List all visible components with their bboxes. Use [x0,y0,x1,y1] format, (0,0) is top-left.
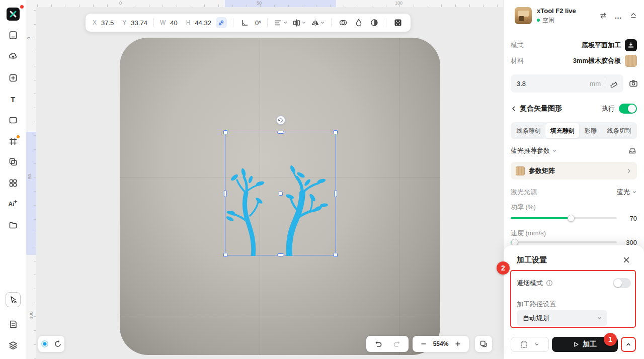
select-tool[interactable] [6,292,21,307]
resize-handle-w[interactable] [224,190,227,197]
resize-handle-sw[interactable] [223,253,227,257]
back-icon[interactable] [511,106,517,112]
cloud-upload-icon[interactable] [6,49,20,63]
frame-preview-button[interactable] [511,337,549,352]
play-icon [573,341,579,347]
power-value[interactable]: 70 [622,215,637,222]
h-value[interactable]: 44.32 [195,19,211,27]
xtool-logo[interactable] [7,8,20,21]
refresh-view-icon[interactable] [53,339,62,348]
render-mode-icon[interactable] [369,17,380,28]
resize-handle-e[interactable] [334,190,337,197]
align-dropdown[interactable] [292,19,306,27]
duplicate-icon[interactable] [475,336,492,352]
ruler-number: 50 [257,1,262,6]
lock-aspect-ratio-icon[interactable] [216,17,227,28]
execute-toggle[interactable] [619,104,637,114]
camera-view-toggle-icon[interactable] [40,339,49,348]
ruler-corner [26,0,36,7]
measure-thickness-icon[interactable] [609,79,618,88]
divider [233,18,233,27]
zoom-level[interactable]: 554% [433,340,449,347]
laser-dropdown[interactable]: 蓝光 [617,188,637,197]
boolean-tool-icon[interactable] [6,155,20,169]
material-value[interactable]: 3mm椴木胶合板 [573,56,621,65]
redo-icon[interactable] [391,339,400,348]
parameter-matrix-button[interactable]: 参数矩阵 [511,162,637,180]
notes-icon[interactable] [6,317,20,331]
preset-label: 蓝光推荐参数 [511,146,550,155]
resize-handle-se[interactable] [334,253,338,257]
info-icon[interactable] [546,280,553,287]
ai-tool-icon[interactable]: Ai [6,197,20,211]
zoom-in-icon[interactable] [453,339,462,348]
tab-line-engrave[interactable]: 线条雕刻 [512,123,545,138]
switch-device-icon[interactable] [599,11,608,20]
y-value[interactable]: 33.74 [131,19,147,27]
resize-handle-n[interactable] [277,131,284,134]
resize-handle-nw[interactable] [223,130,227,134]
undo-icon[interactable] [374,339,383,348]
material-swatch[interactable] [625,55,637,67]
more-options-icon[interactable]: … [614,11,623,20]
w-value[interactable]: 40 [170,19,177,27]
mode-value[interactable]: 底板平面加工 [582,41,621,50]
flat-processing-icon[interactable] [625,39,637,51]
resize-handle-ne[interactable] [334,130,338,134]
rotate-handle[interactable] [276,116,285,125]
power-label: 功率 (%) [511,203,536,212]
status-text: 空闲 [542,16,554,25]
chevron-down-icon [632,190,637,195]
halftone-icon[interactable] [392,17,404,28]
execute-label: 执行 [602,104,615,113]
save-preset-icon[interactable] [628,146,637,155]
properties-toolbar: X 37.5 Y 33.74 W 40 H 44.32 0° [86,14,411,32]
layers-icon[interactable] [6,338,20,352]
power-slider[interactable] [511,214,617,223]
smoke-mode-toggle[interactable] [613,278,631,288]
frame-tool-icon[interactable] [6,134,20,148]
angle-value[interactable]: 0° [255,19,261,27]
tab-relief[interactable]: 彩雕 [579,123,602,138]
path-planning-dropdown[interactable]: 自动规划 [517,310,607,326]
chevron-down-icon [597,315,602,321]
zoom-out-icon[interactable] [419,339,428,348]
ruler-horizontal: 0 50 100 [36,0,503,7]
tab-fill-engrave[interactable]: 填充雕刻 [545,123,579,138]
collapse-device-panel-icon[interactable] [629,11,638,20]
resize-handle-s[interactable] [277,253,284,256]
w-label: W [160,19,166,26]
flip-dropdown[interactable] [311,19,325,27]
selection-box[interactable] [225,132,336,255]
add-shape-icon[interactable] [6,71,20,85]
rotation-angle-icon [239,17,251,28]
text-tool-icon[interactable]: T [6,92,20,106]
shape-tool-icon[interactable] [6,113,20,127]
ruler-number: 50 [27,174,32,179]
camera-icon[interactable] [627,77,639,89]
y-label: Y [122,19,126,26]
speed-label-row: 速度 (mm/s) [511,229,637,237]
right-panel: xTool F2 live 空闲 … 模式 底板平面加工 [503,0,644,359]
chevron-right-icon [626,168,632,174]
thickness-value[interactable]: 3.8 [517,80,586,87]
material-row: 材料 3mm椴木胶合板 [511,54,637,67]
thickness-input[interactable]: 3.8 mm [511,74,623,93]
canvas-area[interactable]: 0 50 100 0 50 100 [26,0,503,359]
fill-style-icon[interactable] [353,17,364,28]
new-project-icon[interactable] [6,28,20,42]
weld-icon[interactable] [338,17,349,28]
apps-grid-icon[interactable] [6,176,20,190]
expand-settings-button[interactable] [621,337,636,352]
h-label: H [186,19,191,26]
close-icon[interactable] [621,254,632,265]
arrange-dropdown[interactable] [274,19,288,27]
preset-dropdown[interactable]: 蓝光推荐参数 [511,146,557,155]
center-anchor-handle[interactable] [279,192,283,196]
device-header: xTool F2 live 空闲 … [515,6,638,25]
frame-select-icon [520,341,528,348]
folder-icon[interactable] [6,218,20,232]
x-value[interactable]: 37.5 [101,19,114,27]
tab-line-cut[interactable]: 线条切割 [602,123,636,138]
divider [605,79,605,87]
